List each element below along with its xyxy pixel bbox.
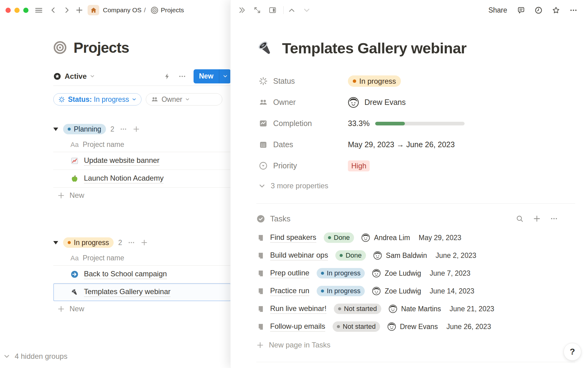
group-status-pill[interactable]: Planning [63, 124, 106, 134]
new-button-label[interactable]: New [194, 72, 219, 80]
new-row-label: New [70, 305, 84, 313]
status-text: Done [334, 234, 350, 242]
completion-progress-track [375, 122, 465, 125]
chevron-down-icon [259, 183, 265, 189]
property-label[interactable]: Priority [273, 161, 348, 170]
back-icon[interactable] [50, 6, 57, 14]
new-row-button[interactable]: New [53, 188, 231, 203]
property-value[interactable]: High [348, 160, 370, 171]
more-options-dots-icon[interactable] [569, 6, 578, 14]
project-row-templates-gallery-webinar-selected[interactable]: Templates Gallery webinar [53, 283, 231, 301]
task-row[interactable]: Find speakers Done Andrea Lim May 29, 20… [256, 229, 575, 247]
collapse-triangle-icon[interactable] [53, 241, 58, 244]
task-row[interactable]: Prep outline In progress Zoe Ludwig June… [256, 264, 575, 282]
task-title[interactable]: Practice run [270, 286, 309, 296]
group-add-icon[interactable] [133, 125, 140, 133]
task-title[interactable]: Find speakers [270, 233, 316, 243]
updates-clock-icon[interactable] [534, 6, 543, 14]
page-icon [257, 252, 265, 259]
page-icon [257, 323, 265, 331]
new-split-button[interactable]: New [194, 69, 231, 83]
previous-page-chevron-icon[interactable] [288, 6, 296, 14]
breadcrumb-workspace[interactable]: Company OS [103, 6, 141, 14]
group-options-dots-icon[interactable] [128, 239, 135, 246]
status-dot [68, 241, 71, 244]
add-task-icon[interactable] [533, 215, 541, 223]
task-title[interactable]: Prep outline [270, 269, 309, 278]
search-icon[interactable] [516, 215, 524, 223]
zoom-window-button[interactable] [23, 8, 28, 13]
property-label[interactable]: Status [273, 77, 348, 86]
filter-chip-owner[interactable]: Owner [146, 93, 222, 105]
star-circle-icon [53, 72, 61, 80]
property-list: Status In progress Owner Drew Evans Comp… [256, 71, 575, 195]
property-label[interactable]: Completion [273, 119, 348, 128]
project-title[interactable]: Update website banner [84, 156, 160, 166]
view-tab-active[interactable]: Active [53, 72, 95, 81]
property-label[interactable]: Dates [273, 140, 348, 149]
breadcrumb-page[interactable]: Projects [161, 6, 184, 14]
new-button-dropdown[interactable] [219, 74, 231, 79]
speaker-icon[interactable] [256, 39, 274, 57]
task-row[interactable]: Follow-up emails Not started Drew Evans … [256, 318, 575, 335]
text-type-icon: Aa [70, 254, 79, 262]
group-add-icon[interactable] [141, 239, 148, 246]
automations-bolt-icon[interactable] [164, 73, 171, 80]
task-row[interactable]: Practice run In progress Zoe Ludwig June… [256, 282, 575, 300]
group-name: In progress [74, 239, 109, 247]
home-breadcrumb-chip[interactable] [88, 5, 99, 15]
help-button[interactable]: ? [564, 343, 581, 361]
task-title[interactable]: Run live webinar! [270, 304, 326, 314]
task-row[interactable]: Build webinar ops Done Sam Baldwin June … [256, 247, 575, 264]
project-title[interactable]: Back to School campaign [84, 270, 167, 279]
close-window-button[interactable] [6, 8, 11, 13]
column-header[interactable]: Aa Project name [53, 251, 231, 266]
task-title[interactable]: Follow-up emails [270, 322, 325, 332]
task-title[interactable]: Build webinar ops [270, 251, 328, 260]
more-properties-toggle[interactable]: 3 more properties [259, 176, 575, 195]
property-value[interactable]: Drew Evans [348, 97, 406, 108]
status-dot [68, 128, 71, 131]
avatar [372, 287, 381, 295]
property-value[interactable]: 33.3% [348, 119, 465, 128]
share-button[interactable]: Share [488, 6, 507, 14]
project-row-launch-notion-academy[interactable]: Launch Notion Academy [53, 170, 231, 188]
group-status-pill[interactable]: In progress [63, 237, 114, 248]
expand-page-icon[interactable] [253, 6, 261, 14]
check-circle-icon [256, 214, 265, 223]
project-row-update-website-banner[interactable]: Update website banner [53, 152, 231, 170]
hidden-groups-toggle[interactable]: 4 hidden groups [4, 352, 67, 361]
project-title[interactable]: Launch Notion Academy [84, 174, 164, 183]
minimize-window-button[interactable] [14, 8, 20, 13]
new-page-in-tasks-button[interactable]: New page in Tasks [256, 336, 575, 354]
task-row[interactable]: Run live webinar! Not started Nate Marti… [256, 300, 575, 318]
tasks-options-dots-icon[interactable] [550, 215, 558, 223]
tasks-title[interactable]: Tasks [270, 214, 290, 224]
new-page-icon[interactable] [75, 6, 83, 14]
close-peek-double-chevron-icon[interactable] [238, 6, 246, 14]
task-assignee: Zoe Ludwig [372, 287, 421, 295]
next-page-chevron-icon[interactable] [303, 6, 311, 14]
favorite-star-icon[interactable] [552, 6, 560, 14]
project-row-back-to-school-campaign[interactable]: Back to School campaign [53, 266, 231, 283]
group-options-dots-icon[interactable] [120, 125, 127, 133]
property-value[interactable]: In progress [348, 75, 401, 87]
column-header[interactable]: Aa Project name [53, 137, 231, 152]
sidebar-menu-icon[interactable] [35, 6, 43, 14]
comments-icon[interactable] [517, 6, 525, 14]
task-status-badge: Done [335, 250, 366, 261]
view-options-dots-icon[interactable] [178, 72, 186, 80]
status-text: Done [345, 251, 362, 259]
property-label[interactable]: Owner [273, 98, 348, 107]
arrow-circle-right-icon [70, 270, 79, 278]
new-row-button[interactable]: New [53, 301, 231, 316]
project-title[interactable]: Templates Gallery webinar [84, 287, 171, 297]
forward-icon[interactable] [63, 6, 70, 14]
property-value[interactable]: May 29, 2023 → June 26, 2023 [348, 140, 455, 149]
side-peek-mode-icon[interactable] [269, 6, 277, 14]
filter-chip-status[interactable]: Status: In progress [53, 93, 141, 105]
task-assignee: Zoe Ludwig [372, 269, 421, 278]
chevron-down-icon [132, 97, 136, 102]
collapse-triangle-icon[interactable] [53, 128, 58, 131]
completion-chart-icon [259, 119, 268, 128]
